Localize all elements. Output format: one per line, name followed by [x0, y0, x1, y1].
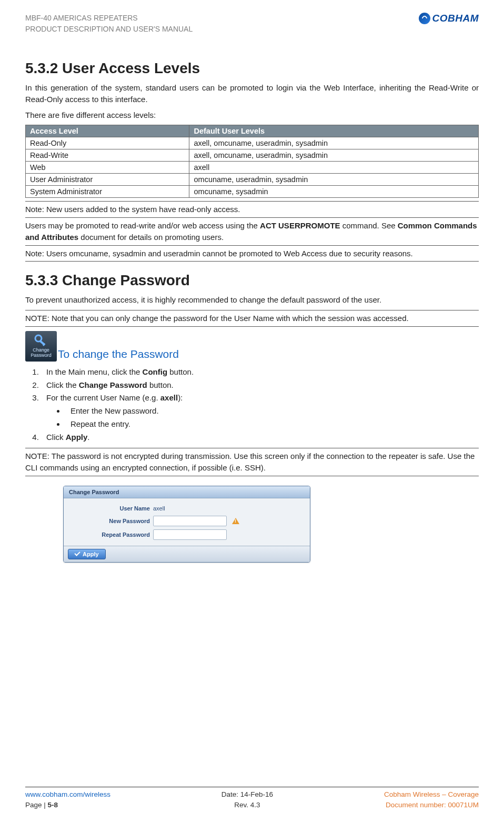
footer-center: Date: 14-Feb-16 Rev. 4.3	[221, 789, 273, 811]
form-row-username: User Name axell	[64, 503, 310, 514]
section-heading-user-access-levels: 5.3.2 User Access Levels	[25, 60, 479, 77]
header-line1: MBF-40 AMERICAS REPEATERS	[25, 13, 193, 24]
table-row: Read-Only axell, omcuname, useradmin, sy…	[26, 137, 479, 149]
step-text: In the Main menu, click the	[46, 367, 143, 376]
s2-note-a: NOTE: Note that you can only change the …	[25, 310, 479, 327]
checkmark-icon	[74, 550, 80, 556]
step-text: Click	[46, 433, 66, 442]
step-text: button.	[167, 367, 194, 376]
th-default-users: Default User Levels	[189, 125, 479, 137]
s1-para1: In this generation of the system, standa…	[25, 82, 479, 105]
bullet: Enter the New password.	[65, 405, 479, 418]
note2-cmd: ACT USERPROMOTE	[260, 221, 340, 230]
s2-para1: To prevent unauthorized access, it is hi…	[25, 294, 479, 306]
cobham-logo: COBHAM	[419, 13, 479, 24]
cell: User Administrator	[26, 174, 189, 186]
dialog-titlebar: Change Password	[64, 486, 310, 498]
footer-page: Page | 5-8	[25, 800, 110, 810]
cell: axell	[189, 162, 479, 174]
footer-page-label: Page |	[25, 801, 48, 809]
dialog-footer: Apply	[64, 546, 310, 562]
header-title-block: MBF-40 AMERICAS REPEATERS PRODUCT DESCRI…	[25, 13, 193, 35]
steps-list: In the Main menu, click the Config butto…	[41, 366, 479, 444]
form-row-new-password: New Password	[64, 514, 310, 528]
footer-date: Date: 14-Feb-16	[221, 789, 273, 800]
section-heading-change-password: 5.3.3 Change Password	[25, 272, 479, 289]
s2-note-b: NOTE: The password is not encrypted duri…	[25, 448, 479, 476]
change-password-subheading: Change Password To change the Password	[25, 331, 479, 362]
s1-note2: Users may be promoted to read-write and/…	[25, 218, 479, 246]
footer-left: www.cobham.com/wireless Page | 5-8	[25, 789, 110, 811]
label-new-password: New Password	[71, 518, 150, 524]
step-text: For the current User Name (e.g.	[46, 393, 160, 402]
bullet: Repeat the entry.	[65, 418, 479, 431]
label-repeat-password: Repeat Password	[71, 532, 150, 538]
cell: omcuname, useradmin, sysadmin	[189, 174, 479, 186]
step-text: button.	[147, 380, 174, 389]
cell: axell, omcuname, useradmin, sysadmin	[189, 149, 479, 162]
step-bold: Config	[143, 367, 167, 376]
table-header-row: Access Level Default User Levels	[26, 125, 479, 137]
s1-note3: Note: Users omcuname, sysadmin and usera…	[25, 246, 479, 262]
header-line2: PRODUCT DESCRIPTION AND USER'S MANUAL	[25, 24, 193, 35]
note2-pre: Users may be promoted to read-write and/…	[25, 221, 260, 230]
s1-note1: Note: New users added to the system have…	[25, 201, 479, 218]
s1-para2: There are five different access levels:	[25, 109, 479, 121]
change-password-dialog: Change Password User Name axell New Pass…	[63, 486, 310, 563]
step-text: Click the	[46, 380, 79, 389]
step-3: For the current User Name (e.g. axell): …	[41, 392, 479, 430]
th-access-level: Access Level	[26, 125, 189, 137]
access-levels-table: Access Level Default User Levels Read-On…	[25, 125, 479, 198]
value-username: axell	[153, 504, 165, 513]
note2-post: document for details on promoting users.	[78, 233, 224, 242]
dialog-body: User Name axell New Password Repeat Pass…	[64, 498, 310, 546]
page-footer: www.cobham.com/wireless Page | 5-8 Date:…	[25, 787, 479, 811]
table-row: System Administrator omcuname, sysadmin	[26, 186, 479, 198]
cell: Web	[26, 162, 189, 174]
page-header: MBF-40 AMERICAS REPEATERS PRODUCT DESCRI…	[25, 0, 479, 39]
cell: System Administrator	[26, 186, 189, 198]
step-text: ):	[178, 393, 183, 402]
step-text: .	[87, 433, 89, 442]
logo-text: COBHAM	[432, 13, 479, 24]
form-row-repeat-password: Repeat Password	[64, 528, 310, 542]
label-username: User Name	[71, 505, 150, 512]
input-repeat-password[interactable]	[153, 529, 227, 540]
change-password-key-icon: Change Password	[25, 331, 57, 362]
sub-list: Enter the New password. Repeat the entry…	[65, 405, 479, 431]
step-1: In the Main menu, click the Config butto…	[41, 366, 479, 379]
input-new-password[interactable]	[153, 516, 227, 526]
logo-mark-icon	[419, 13, 430, 24]
icon-label-line2: Password	[31, 353, 52, 358]
cell: Read-Only	[26, 137, 189, 149]
step-4: Click Apply.	[41, 431, 479, 444]
cell: axell, omcuname, useradmin, sysadmin	[189, 137, 479, 149]
apply-button[interactable]: Apply	[68, 549, 106, 559]
footer-page-num: 5-8	[48, 801, 58, 809]
apply-button-label: Apply	[83, 551, 99, 557]
cell: omcuname, sysadmin	[189, 186, 479, 198]
footer-doc: Document number: 00071UM	[384, 800, 479, 810]
step-2: Click the Change Password button.	[41, 379, 479, 392]
table-row: User Administrator omcuname, useradmin, …	[26, 174, 479, 186]
step-bold: Apply	[66, 433, 88, 442]
note2-mid: command. See	[340, 221, 398, 230]
step-bold: axell	[160, 393, 178, 402]
warning-icon	[232, 518, 239, 524]
table-row: Web axell	[26, 162, 479, 174]
footer-rev: Rev. 4.3	[221, 800, 273, 810]
step-bold: Change Password	[79, 380, 147, 389]
cell: Read-Write	[26, 149, 189, 162]
page-content: 5.3.2 User Access Levels In this generat…	[25, 39, 479, 563]
sub-heading-text: To change the Password	[58, 348, 179, 362]
table-row: Read-Write axell, omcuname, useradmin, s…	[26, 149, 479, 162]
footer-url: www.cobham.com/wireless	[25, 789, 110, 800]
footer-brand: Cobham Wireless – Coverage	[384, 789, 479, 800]
footer-right: Cobham Wireless – Coverage Document numb…	[384, 789, 479, 811]
